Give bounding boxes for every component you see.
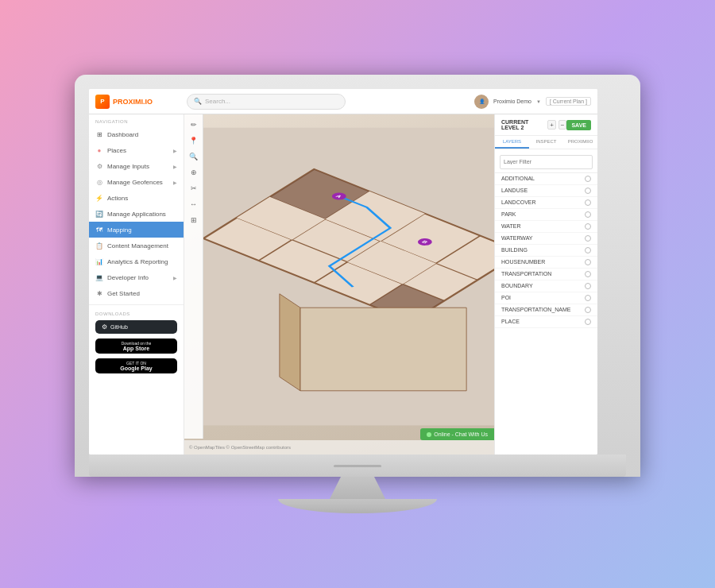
sidebar-item-actions[interactable]: ⚡ Actions [89,190,184,206]
sidebar-item-label: Get Started [107,290,140,297]
sidebar-item-manage-inputs[interactable]: ⚙ Manage Inputs ▶ [89,158,184,174]
layer-name: WATER [501,223,521,229]
pin-tool[interactable]: 📍 [187,133,201,148]
developer-icon: 💻 [95,273,103,281]
layer-additional[interactable]: ADDITIONAL [495,173,597,185]
floorplan-svg: A B [203,114,494,439]
layer-name: LANDCOVER [501,199,536,205]
layer-name: TRANSPORTATION_NAME [501,307,571,312]
layer-toggle[interactable] [585,188,591,194]
sidebar-item-analytics[interactable]: 📊 Analytics & Reporting [89,253,184,269]
credit-text: © OpenMapTiles © OpenStreetMap contribut… [189,445,291,450]
layer-transportation-name[interactable]: TRANSPORTATION_NAME [495,304,597,316]
zoom-tool[interactable]: 🔍 [187,149,201,164]
sidebar-item-geofences[interactable]: ◎ Manage Geofences ▶ [89,174,184,190]
layer-name: POI [501,295,511,300]
layer-landcover[interactable]: LANDCOVER [495,197,597,209]
arrow-icon: ▶ [173,275,177,280]
layer-toggle[interactable] [585,211,591,218]
layer-place[interactable]: PLACE [495,316,597,328]
layer-toggle[interactable] [585,283,591,289]
layer-waterway[interactable]: WATERWAY [495,233,597,245]
sidebar-item-label: Places [107,147,126,154]
dashboard-icon: ⊞ [95,130,103,138]
layer-landuse[interactable]: LANDUSE [495,185,597,197]
sidebar-item-developer[interactable]: 💻 Developer Info ▶ [89,269,184,285]
github-button[interactable]: ⚙ GitHub [95,320,177,334]
layer-poi[interactable]: POI [495,292,597,304]
monitor-bezel: P PROXIMI.IO 🔍 Search... 👤 Proximio Demo… [75,75,640,477]
main-content: ✏ 📍 🔍 ⊕ ✂ ↔ ⊞ [184,114,597,455]
layer-name: TRANSPORTATION [501,271,551,277]
arrow-icon: ▶ [173,180,177,185]
layer-building[interactable]: BUILDING [495,245,597,257]
chat-label: Online - Chat With Us [434,431,488,437]
layer-toggle[interactable] [585,271,591,277]
sidebar-divider [89,304,184,305]
sidebar-item-get-started[interactable]: ✱ Get Started [89,285,184,301]
layer-park[interactable]: PARK [495,209,597,221]
sidebar-item-mapping[interactable]: 🗺 Mapping [89,222,184,238]
appstore-button[interactable]: Download on the App Store [95,338,177,354]
layer-toggle[interactable] [585,176,591,182]
tab-proximiio[interactable]: PROXIMIIO [563,136,597,149]
sidebar-item-label: Content Management [107,242,168,250]
geofences-icon: ◎ [95,178,103,186]
sidebar: NAVIGATION ⊞ Dashboard ● Places ▶ ⚙ Mana… [89,114,184,455]
layer-name: ADDITIONAL [501,176,535,181]
right-panel: CURRENT LEVEL 2 + − SAVE LAYERS INSPECT … [494,114,597,455]
chin-line [334,465,381,467]
chat-dot-icon [427,432,431,437]
layer-toggle[interactable] [585,223,591,230]
user-name: Proximio Demo [493,99,531,104]
layer-name: LANDUSE [501,188,528,193]
layer-list: ADDITIONAL LANDUSE LANDCOVER [495,173,597,455]
arrow-icon: ▶ [173,164,177,169]
pencil-tool[interactable]: ✏ [187,118,201,132]
tab-inspect[interactable]: INSPECT [529,136,563,149]
content-icon: 📋 [95,242,103,250]
dropdown-arrow-icon: ▼ [536,99,541,104]
save-button[interactable]: SAVE [566,120,591,130]
googleplay-line2: Google Play [120,366,152,371]
sidebar-item-label: Analytics & Reporting [107,258,168,265]
layer-toggle[interactable] [585,235,591,242]
level-down-button[interactable]: − [558,120,567,130]
sidebar-item-dashboard[interactable]: ⊞ Dashboard [89,126,184,142]
layer-toggle[interactable] [585,307,591,313]
logo-icon: P [95,95,110,109]
layer-toggle[interactable] [585,295,591,301]
layer-toggle[interactable] [585,199,591,206]
grid-tool[interactable]: ⊞ [187,213,201,227]
sidebar-item-label: Manage Applications [107,211,166,218]
move-tool[interactable]: ↔ [187,197,201,211]
tab-layers[interactable]: LAYERS [495,136,529,149]
sidebar-item-content[interactable]: 📋 Content Management [89,238,184,253]
layer-toggle[interactable] [585,247,591,253]
googleplay-button[interactable]: GET IT ON Google Play [95,358,177,373]
level-up-button[interactable]: + [547,120,556,130]
cut-tool[interactable]: ✂ [187,181,201,195]
layer-filter [495,149,597,173]
add-tool[interactable]: ⊕ [187,165,201,180]
search-bar[interactable]: 🔍 Search... [187,94,346,110]
inputs-icon: ⚙ [95,162,103,170]
avatar: 👤 [474,95,489,109]
nav-label: NAVIGATION [89,114,184,126]
search-icon: 🔍 [194,98,202,105]
layer-toggle[interactable] [585,319,591,325]
layer-transportation[interactable]: TRANSPORTATION [495,269,597,280]
level-label: CURRENT LEVEL 2 [501,119,545,130]
layer-filter-input[interactable] [500,155,593,169]
layer-water[interactable]: WATER [495,221,597,233]
places-icon: ● [95,146,103,154]
chat-widget[interactable]: Online - Chat With Us [420,428,494,440]
layer-boundary[interactable]: BOUNDARY [495,280,597,292]
sidebar-item-manage-apps[interactable]: 🔄 Manage Applications [89,206,184,222]
sidebar-item-places[interactable]: ● Places ▶ [89,142,184,158]
monitor-stand-base [278,499,437,513]
sidebar-item-label: Actions [107,195,128,202]
layer-housenumber[interactable]: HOUSENUMBER [495,257,597,269]
map-area[interactable]: ✏ 📍 🔍 ⊕ ✂ ↔ ⊞ [184,114,494,455]
layer-toggle[interactable] [585,259,591,265]
